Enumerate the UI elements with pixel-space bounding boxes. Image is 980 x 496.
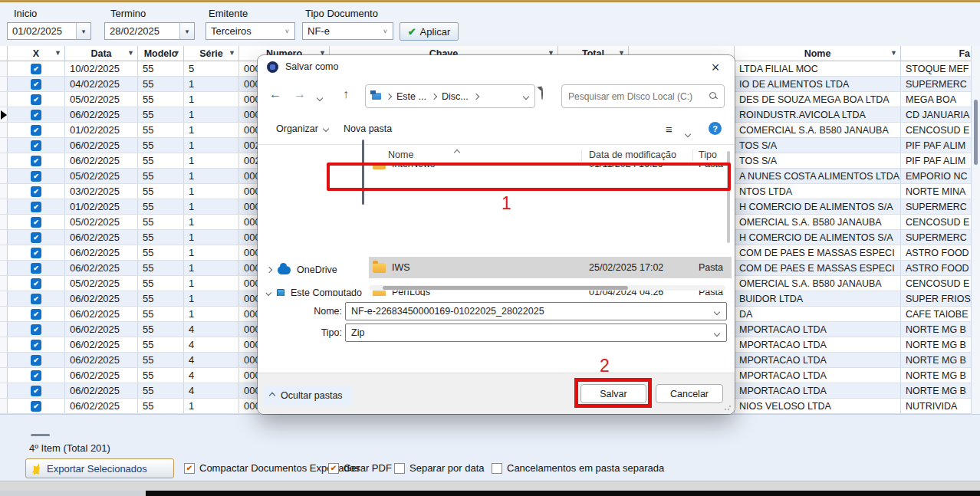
organizar-button[interactable]: Organizar — [276, 123, 328, 134]
row-checkbox[interactable]: ✔ — [31, 355, 41, 366]
chevron-down-icon[interactable] — [714, 330, 720, 337]
chevron-down-icon[interactable]: ▾ — [76, 23, 90, 39]
filetype-select[interactable]: Zip — [345, 324, 727, 342]
row-checkbox[interactable]: ✔ — [31, 263, 41, 274]
row-checkbox[interactable]: ✔ — [31, 110, 41, 120]
sidebar-item-label: Este Computado — [291, 287, 362, 296]
chevron-down-icon[interactable]: ▼ — [54, 49, 61, 57]
ocultar-pastas-button[interactable]: Ocultar pastas — [264, 386, 352, 406]
inicio-date-combo[interactable]: 01/02/2025 ▾ — [7, 22, 91, 40]
breadcrumb[interactable]: Este ... Disc... — [365, 84, 535, 108]
cell-modelo: 55 — [138, 261, 184, 275]
header-nome[interactable]: Nome▼ — [735, 46, 901, 61]
scrollbar-thumb[interactable] — [974, 100, 978, 165]
folder-row-iws[interactable]: IWS25/02/2025 17:02Pasta — [369, 257, 732, 278]
refresh-icon[interactable] — [541, 88, 557, 103]
sidebar-item-este-computado[interactable]: Este Computado — [259, 283, 362, 296]
chevron-down-icon[interactable]: ▼ — [890, 49, 897, 57]
history-chevron-icon[interactable] — [317, 92, 322, 103]
row-checkbox[interactable]: ✔ — [31, 340, 41, 350]
chevron-down-icon[interactable] — [266, 290, 271, 295]
emitente-select[interactable]: Terceiros ˅ — [206, 22, 295, 40]
termino-date-value: 28/02/2025 — [105, 25, 179, 37]
header-fantasia[interactable]: Fa — [901, 46, 980, 61]
row-checkbox[interactable]: ✔ — [31, 94, 41, 105]
taskbar-edge — [0, 491, 980, 496]
chevron-right-icon[interactable] — [266, 267, 272, 273]
cell-modelo: 55 — [138, 61, 184, 76]
row-checkbox[interactable]: ✔ — [31, 217, 41, 228]
row-checkbox[interactable]: ✔ — [31, 370, 41, 381]
cell-fantasia: CD JANUARIA — [901, 107, 980, 122]
column-tipo[interactable]: Tipo — [699, 149, 717, 160]
cell-nome: DES DE SOUZA MEGA BOA LTDA — [735, 92, 901, 107]
row-checkbox[interactable]: ✔ — [31, 125, 41, 136]
chevron-down-icon[interactable] — [714, 309, 720, 315]
up-icon[interactable]: ↑ — [337, 87, 354, 101]
row-checkbox[interactable]: ✔ — [31, 79, 41, 90]
header-data[interactable]: Data▼ — [65, 46, 138, 61]
search-box[interactable] — [561, 84, 725, 108]
chevron-down-icon[interactable]: ▼ — [229, 49, 235, 57]
row-checkbox[interactable]: ✔ — [31, 202, 41, 212]
export-checkbox-separar[interactable]: Separar por data — [394, 462, 485, 474]
forward-icon[interactable]: → — [291, 87, 308, 101]
view-chevron-icon[interactable] — [686, 128, 690, 139]
breadcrumb-item-disco[interactable]: Disc... — [442, 91, 469, 102]
view-list-icon[interactable]: ≡ — [666, 123, 673, 136]
row-checkbox[interactable]: ✔ — [31, 156, 41, 166]
row-checkbox[interactable]: ✔ — [31, 64, 41, 74]
row-checkbox[interactable]: ✔ — [31, 401, 41, 412]
scrollbar-thumb[interactable] — [383, 286, 628, 290]
checkbox-icon[interactable]: ✔ — [184, 463, 195, 474]
address-dropdown-icon[interactable] — [523, 93, 529, 99]
column-data-modificacao[interactable]: Data de modificação — [589, 149, 676, 160]
aplicar-button[interactable]: ✔ Aplicar — [400, 22, 459, 41]
check-icon: ✔ — [408, 26, 416, 38]
chevron-down-icon[interactable]: ▼ — [127, 49, 134, 57]
dialog-titlebar[interactable]: Salvar como — [258, 55, 735, 78]
row-checkbox[interactable]: ✔ — [31, 171, 41, 182]
cell-fantasia: SUPER FRIOS — [901, 291, 980, 306]
table-vertical-scrollbar[interactable] — [971, 46, 980, 414]
sidebar-item-onedrive[interactable]: OneDrive — [259, 260, 362, 280]
cell-fantasia: SUPERMERC — [901, 77, 980, 91]
row-checkbox[interactable]: ✔ — [31, 140, 41, 151]
chevron-down-icon[interactable]: ▼ — [173, 49, 180, 57]
row-checkbox[interactable]: ✔ — [31, 278, 41, 289]
row-checkbox[interactable]: ✔ — [31, 248, 41, 258]
back-icon[interactable]: ← — [267, 87, 284, 101]
column-nome[interactable]: Nome — [388, 149, 413, 160]
row-checkbox[interactable]: ✔ — [31, 232, 41, 243]
breadcrumb-item-este[interactable]: Este ... — [396, 91, 426, 102]
checkbox-icon[interactable] — [492, 463, 502, 474]
nova-pasta-button[interactable]: Nova pasta — [344, 123, 392, 134]
header-serie[interactable]: Série▼ — [184, 46, 239, 61]
inicio-date-value: 01/02/2025 — [8, 25, 76, 37]
header-modelo[interactable]: Modelo▼ — [138, 46, 184, 61]
row-checkbox[interactable]: ✔ — [31, 324, 41, 335]
folder-list-horizontal-scrollbar[interactable] — [369, 285, 725, 291]
chevron-down-icon[interactable]: ▾ — [179, 23, 194, 39]
row-checkbox[interactable]: ✔ — [31, 294, 41, 304]
cell-modelo: 55 — [138, 337, 184, 352]
export-checkbox-cancelamentos[interactable]: Cancelamentos em pasta separada — [492, 462, 664, 474]
checkbox-icon[interactable] — [394, 463, 405, 474]
splitter-handle[interactable] — [31, 434, 50, 436]
help-icon[interactable]: ? — [709, 122, 722, 135]
export-checkbox-gerar[interactable]: ✔Gerar PDF — [328, 462, 392, 474]
termino-date-combo[interactable]: 28/02/2025 ▾ — [104, 22, 195, 40]
filename-input[interactable]: NF-e-22683450000169-01022025_28022025 — [345, 302, 727, 320]
resize-grip[interactable] — [724, 403, 732, 411]
header-x[interactable]: X▼ — [8, 46, 65, 61]
cancelar-button[interactable]: Cancelar — [656, 384, 723, 403]
search-input[interactable] — [568, 91, 705, 102]
lower-strip — [0, 481, 980, 491]
row-checkbox[interactable]: ✔ — [31, 186, 41, 197]
close-icon[interactable]: × — [704, 58, 727, 77]
row-checkbox[interactable]: ✔ — [31, 309, 41, 320]
checkbox-icon[interactable]: ✔ — [328, 463, 339, 474]
exportar-selecionados-button[interactable]: Exportar Selecionados — [25, 458, 174, 478]
tipo-documento-select[interactable]: NF-e ˅ — [302, 22, 393, 40]
row-checkbox[interactable]: ✔ — [31, 386, 41, 396]
